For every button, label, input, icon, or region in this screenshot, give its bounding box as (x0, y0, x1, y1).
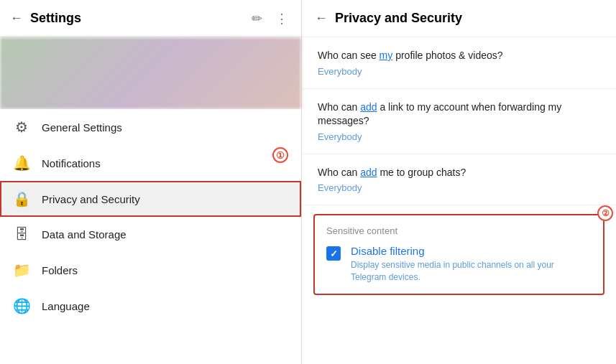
sidebar-item-label: Data and Storage (42, 228, 127, 241)
disable-filtering-desc: Display sensitive media in public channe… (351, 259, 592, 284)
sidebar-item-folders[interactable]: 📁 Folders (0, 252, 301, 288)
sidebar-item-notifications[interactable]: 🔔 Notifications ① (0, 145, 301, 181)
right-header: ← Privacy and Security (302, 0, 616, 37)
translate-icon: 🌐 (13, 297, 30, 314)
sidebar-item-label: Folders (42, 264, 78, 276)
right-panel: ← Privacy and Security Who can see my pr… (302, 0, 616, 364)
notifications-badge: ① (272, 147, 288, 163)
right-back-button[interactable]: ← (315, 11, 328, 26)
lock-icon: 🔒 (13, 190, 30, 207)
left-panel: ← Settings ✏ ⋮ ⚙ General Settings 🔔 Noti… (0, 0, 302, 364)
right-panel-title: Privacy and Security (335, 11, 462, 26)
privacy-content: Who can see my profile photos & videos? … (302, 37, 616, 364)
profile-banner (0, 37, 301, 109)
privacy-answer: Everybody (318, 182, 600, 193)
sidebar-item-label: General Settings (42, 121, 122, 134)
disable-filtering-checkbox[interactable] (326, 246, 341, 261)
privacy-answer: Everybody (318, 131, 600, 142)
folder-icon: 📁 (13, 261, 30, 279)
sidebar-item-privacy[interactable]: 🔒 Privacy and Security (0, 181, 301, 217)
menu-list: ⚙ General Settings 🔔 Notifications ① 🔒 P… (0, 109, 301, 364)
sidebar-item-language[interactable]: 🌐 Language (0, 288, 301, 324)
database-icon: 🗄 (13, 226, 30, 243)
privacy-item-forward[interactable]: Who can add a link to my account when fo… (302, 89, 616, 154)
privacy-question: Who can add a link to my account when fo… (318, 101, 600, 129)
settings-title: Settings (30, 11, 242, 26)
back-button[interactable]: ← (10, 11, 23, 26)
sensitive-text: Disable filtering Display sensitive medi… (351, 245, 592, 284)
left-header: ← Settings ✏ ⋮ (0, 0, 301, 37)
privacy-item-groups[interactable]: Who can add me to group chats? Everybody (302, 154, 616, 206)
privacy-item-photos[interactable]: Who can see my profile photos & videos? … (302, 37, 616, 89)
sidebar-item-label: Privacy and Security (42, 193, 140, 205)
sidebar-item-data[interactable]: 🗄 Data and Storage (0, 217, 301, 252)
privacy-question: Who can add me to group chats? (318, 166, 600, 180)
bell-icon: 🔔 (13, 154, 30, 172)
sensitive-section-title: Sensitive content (326, 225, 592, 236)
sidebar-item-label: Language (42, 300, 90, 312)
sidebar-item-label: Notifications (42, 157, 101, 169)
gear-icon: ⚙ (13, 118, 30, 136)
privacy-question: Who can see my profile photos & videos? (318, 49, 600, 63)
sensitive-content-section: ② Sensitive content Disable filtering Di… (313, 214, 604, 295)
privacy-answer: Everybody (318, 66, 600, 77)
edit-icon[interactable]: ✏ (249, 8, 265, 29)
sensitive-row: Disable filtering Display sensitive medi… (326, 245, 592, 284)
more-icon[interactable]: ⋮ (272, 8, 291, 29)
annotation-badge-2: ② (597, 205, 613, 221)
sidebar-item-general[interactable]: ⚙ General Settings (0, 109, 301, 145)
disable-filtering-label: Disable filtering (351, 245, 592, 257)
